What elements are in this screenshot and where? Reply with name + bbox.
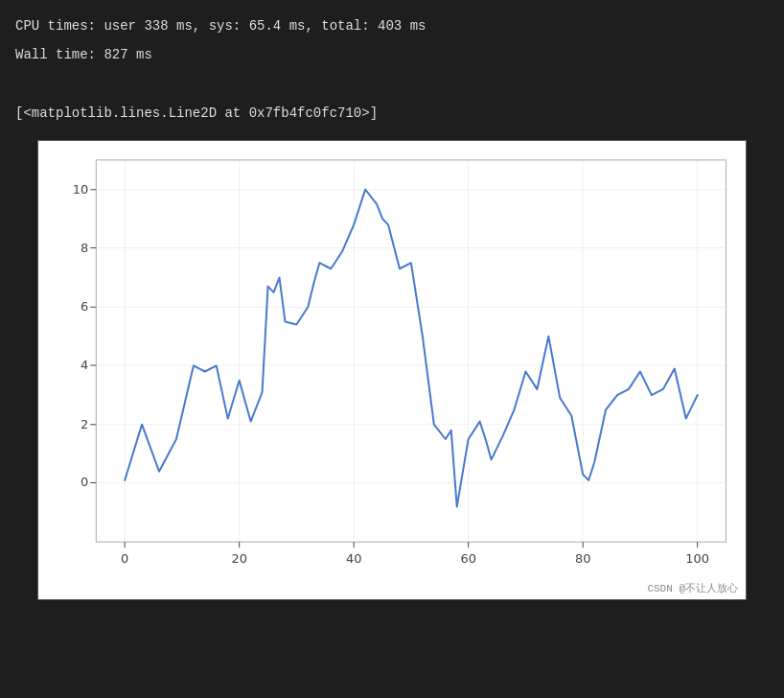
svg-text:6: 6 xyxy=(81,299,88,314)
svg-text:8: 8 xyxy=(81,240,88,254)
chart-container: 10 8 6 4 2 0 0 20 40 60 80 100 xyxy=(37,140,747,600)
svg-text:0: 0 xyxy=(121,551,128,566)
svg-text:100: 100 xyxy=(685,551,709,566)
svg-text:2: 2 xyxy=(81,416,88,430)
svg-text:0: 0 xyxy=(81,475,88,489)
svg-rect-1 xyxy=(96,159,726,541)
svg-text:20: 20 xyxy=(231,551,246,566)
watermark-text: CSDN @不让人放心 xyxy=(647,581,738,595)
repr-line: [<matplotlib.lines.Line2D at 0x7fb4fc0fc… xyxy=(15,103,769,124)
cpu-times-line: CPU times: user 338 ms, sys: 65.4 ms, to… xyxy=(15,15,769,36)
wall-time-line: Wall time: 827 ms xyxy=(15,44,769,65)
output-section: CPU times: user 338 ms, sys: 65.4 ms, to… xyxy=(15,15,769,125)
svg-text:4: 4 xyxy=(81,358,88,372)
svg-text:10: 10 xyxy=(73,181,88,196)
svg-text:80: 80 xyxy=(575,551,590,566)
line-chart: 10 8 6 4 2 0 0 20 40 60 80 100 xyxy=(38,141,746,599)
blank-spacer xyxy=(15,74,769,95)
svg-text:60: 60 xyxy=(460,551,475,566)
svg-text:40: 40 xyxy=(346,551,361,566)
